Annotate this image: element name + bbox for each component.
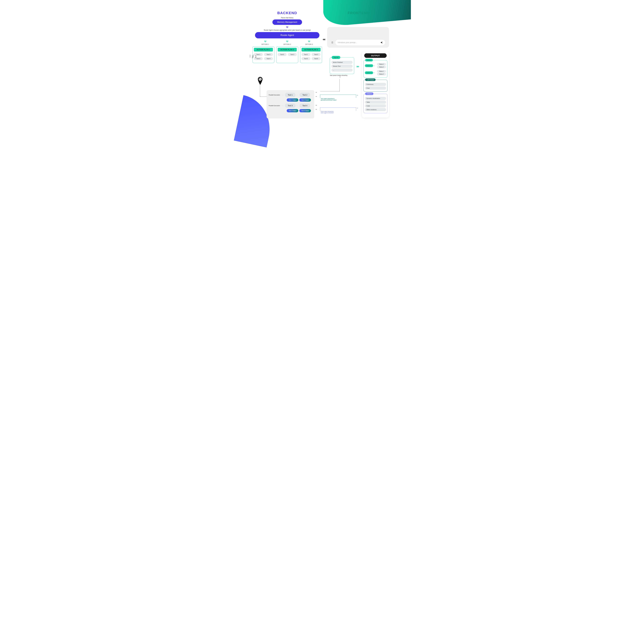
tool-chip: Tool 2 — [264, 53, 273, 56]
status-pill: Status 1 — [377, 63, 386, 65]
chevron-down-icon — [286, 26, 289, 28]
arrow-right-icon: » » — [316, 104, 317, 106]
action-plan-2: ACTION PLAN 2 Tool 5 Tool 2 — [276, 46, 298, 63]
connector-dots: ···· — [282, 105, 284, 106]
tool-chip: Tool 3 — [312, 53, 321, 56]
stream-bracket-final: Final output streaming when agent is fin… — [320, 108, 356, 111]
output-panel: OUTPUT Actions Action 1 › Status 1 Statu… — [362, 52, 389, 118]
llm-tag: LLM Output — [365, 78, 376, 81]
router-caption: Router Agent chooses appropriate action … — [251, 29, 323, 31]
backend-column: BACKEND Parse chat history Memory Manage… — [251, 0, 323, 63]
signals-caption: Task queue & status streaming — [330, 75, 347, 76]
action-pill: Action 1 — [365, 64, 373, 67]
arrow-right-icon: » » — [316, 91, 317, 93]
exec-tool: Tool 4 — [300, 103, 310, 108]
chevron-right-icon: › — [374, 65, 374, 67]
memory-management-node: Memory Management — [272, 19, 302, 25]
llm-output-box: LLM Output Preliminary Final — [363, 80, 387, 92]
tool-chip: Tool 4 — [264, 57, 273, 60]
prompt-shell: Introduce your prompt... — [327, 27, 389, 48]
artifacts-tag: Artifacts — [365, 92, 373, 95]
stream-label-final: Final output streaming when agent is fin… — [321, 111, 356, 114]
arrow-up-icon: »» — [339, 77, 341, 78]
parallel-execution-label: Parallel Execution — [269, 94, 282, 96]
output-title: OUTPUT — [364, 53, 387, 58]
arrow-right-icon: »» — [356, 64, 358, 68]
action-plan-3: ACTION PLAN 3 Tool 1 Tool 3 Tool 5 Tool … — [300, 46, 322, 63]
plan-header: ACTION PLAN 1 — [254, 48, 273, 52]
actions-tag: Actions — [365, 59, 373, 61]
tool-output-pill: Tool 3 Output — [287, 109, 298, 112]
plan-header: ACTION PLAN 2 — [278, 48, 297, 52]
option-label: OPTION 2 — [277, 44, 298, 45]
artifact-item: Code — [365, 104, 386, 107]
stream-bracket-preliminary: Tool output streaming to generate prelim… — [320, 95, 356, 98]
tool-output-pill: Tool 1 Output — [287, 98, 298, 102]
frontend-title: FRONTEND — [325, 11, 393, 15]
signal-chip: Action Finished — [331, 61, 353, 64]
options-row: OPTION 1 OPTION 2 OPTION 3 — [251, 39, 323, 46]
exec-tool: Tool 2 — [300, 93, 310, 97]
llm-item: Final — [365, 87, 386, 90]
chevron-down-icon — [264, 40, 267, 43]
tool-chip: Tool 6 — [312, 57, 321, 60]
signal-chip: ... — [331, 69, 353, 72]
artifact-item: Table — [365, 101, 386, 104]
map-pin-icon — [257, 77, 263, 85]
action-plans-row: ActionStep 1 ActionStep 2 ACTION PLAN 1 … — [251, 46, 323, 63]
trash-icon[interactable] — [331, 41, 334, 44]
artifacts-box: Artifacts Dynamic visualization Table Co… — [363, 94, 387, 113]
tool-output-pill: Tool 4 Output — [299, 109, 311, 112]
connector-dots: ··· — [296, 94, 299, 96]
prompt-placeholder: Introduce your prompt... — [338, 41, 357, 44]
step-side-labels: ActionStep 1 ActionStep 2 — [250, 53, 256, 59]
stream-label-preliminary: Tool output streaming to generate prelim… — [321, 98, 356, 101]
status-pill: Status 2 — [377, 66, 386, 68]
backend-title: BACKEND — [251, 11, 323, 15]
action-pill: Action 2 — [365, 71, 373, 74]
tool-chip: Tool 1 — [302, 53, 310, 56]
signal-chip: Stream Text — [331, 65, 353, 68]
parse-history-label: Parse chat history — [251, 17, 323, 19]
chevron-down-icon — [286, 40, 289, 43]
signals-box: Signals Action Finished Stream Text ... — [330, 57, 354, 74]
chevron-down-icon — [308, 40, 311, 43]
tool-chip: Tool 2 — [288, 53, 297, 56]
plan-header: ACTION PLAN 3 — [302, 48, 321, 52]
artifact-item: Other renderers — [365, 108, 386, 111]
frontend-column: FRONTEND — [325, 0, 393, 17]
execution-panel: Parallel Execution ···· Tool 1 ··· Tool … — [267, 90, 314, 118]
parallel-execution-label: Parallel Execution — [269, 105, 282, 106]
arrow-right-icon: » » — [316, 108, 317, 110]
signals-tag: Signals — [332, 56, 340, 59]
option-label: OPTION 1 — [255, 44, 276, 45]
status-pill: Status 1 — [377, 70, 386, 73]
connector-dots: ···· — [282, 94, 284, 96]
exec-tool: Tool 3 — [285, 103, 295, 108]
send-icon[interactable] — [380, 41, 383, 44]
connector-dots: ··· — [296, 105, 299, 106]
tool-chip: Tool 5 — [302, 57, 310, 60]
llm-item: Preliminary — [365, 83, 386, 86]
tool-output-pill: Tool 2 Output — [299, 98, 311, 102]
artifact-item: Dynamic visualization — [365, 97, 386, 100]
arrow-right-icon: » » — [316, 96, 317, 97]
arrow-right-icon: » — [357, 94, 358, 96]
arrow-right-icon: » — [357, 107, 358, 109]
prompt-input[interactable]: Introduce your prompt... — [335, 40, 385, 45]
router-agent-node: Router Agent — [255, 32, 319, 38]
actions-box: Actions Action 1 › Status 1 Status 2 Act… — [363, 60, 387, 78]
exec-tool: Tool 1 — [285, 93, 295, 97]
tool-chip: Tool 5 — [278, 53, 287, 56]
chevron-right-icon: › — [374, 72, 374, 74]
option-label: OPTION 3 — [299, 44, 319, 45]
status-pill: Status 2 — [377, 73, 386, 75]
